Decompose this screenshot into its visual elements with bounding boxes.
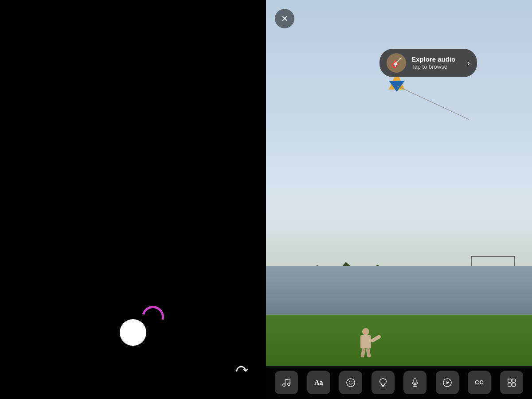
media-button[interactable] xyxy=(436,371,459,394)
text-icon: Aa xyxy=(314,379,323,387)
caption-icon: CC xyxy=(475,379,484,386)
audio-thumbnail: 🎸 xyxy=(387,53,406,73)
rotate-camera-button[interactable] xyxy=(234,364,248,381)
svg-point-0 xyxy=(347,378,355,386)
brush-button[interactable] xyxy=(372,371,395,394)
caption-button[interactable]: CC xyxy=(468,371,491,394)
svg-rect-10 xyxy=(508,383,511,386)
lake xyxy=(266,266,532,319)
person xyxy=(359,328,372,355)
audio-title: Explore audio xyxy=(411,55,462,63)
svg-point-2 xyxy=(352,381,352,382)
audio-chevron-icon: › xyxy=(467,59,470,68)
svg-rect-9 xyxy=(512,379,515,382)
text-button[interactable]: Aa xyxy=(307,371,330,394)
svg-rect-8 xyxy=(508,379,511,382)
bottom-toolbar: Aa xyxy=(266,366,532,399)
loading-circle xyxy=(120,319,146,346)
close-icon: ✕ xyxy=(281,14,289,23)
more-button[interactable] xyxy=(500,371,523,394)
svg-marker-7 xyxy=(446,381,449,384)
sticker-button[interactable] xyxy=(339,371,362,394)
mic-button[interactable] xyxy=(403,371,426,394)
audio-thumbnail-icon: 🎸 xyxy=(391,57,403,69)
ground xyxy=(266,315,532,368)
left-panel xyxy=(0,0,266,399)
svg-rect-3 xyxy=(414,378,417,383)
svg-point-1 xyxy=(349,381,350,382)
audio-text-group: Explore audio Tap to browse xyxy=(411,55,462,70)
svg-rect-11 xyxy=(512,383,515,386)
explore-audio-pill[interactable]: 🎸 Explore audio Tap to browse › xyxy=(379,49,477,77)
loading-indicator xyxy=(120,319,146,346)
audio-subtitle: Tap to browse xyxy=(411,63,462,70)
music-button[interactable] xyxy=(275,371,298,394)
right-panel: ✕ 🎸 Explore audio Tap to browse › Aa xyxy=(266,0,532,399)
close-button[interactable]: ✕ xyxy=(275,9,294,28)
